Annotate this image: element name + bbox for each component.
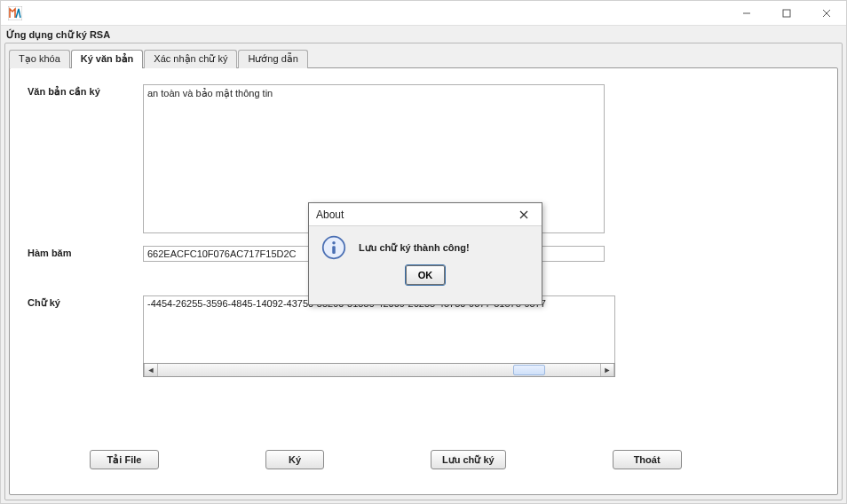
about-dialog: About Lưu chữ ký thành công! OK: [308, 202, 542, 305]
app-window: Ứng dụng chữ ký RSA Tạo khóa Ký văn bản …: [0, 0, 847, 504]
dialog-message: Lưu chữ ký thành công!: [359, 242, 470, 254]
scroll-thumb[interactable]: [513, 365, 545, 375]
label-signature: Chữ ký: [28, 295, 143, 309]
app-icon: [8, 6, 22, 20]
scroll-track[interactable]: [158, 364, 600, 376]
window-titlebar: [1, 1, 846, 26]
svg-rect-9: [332, 246, 336, 254]
dialog-ok-button[interactable]: OK: [406, 265, 445, 285]
svg-rect-2: [783, 10, 790, 17]
scroll-right-button[interactable]: ►: [600, 364, 614, 376]
save-signature-button[interactable]: Lưu chữ ký: [431, 450, 506, 469]
tab-tao-khoa[interactable]: Tạo khóa: [9, 50, 70, 68]
tab-ky-van-ban[interactable]: Ký văn bản: [71, 50, 144, 68]
tab-bar: Tạo khóa Ký văn bản Xác nhận chữ ký Hướn…: [5, 49, 842, 67]
label-vanban: Văn bản cần ký: [28, 84, 143, 98]
signature-hscrollbar[interactable]: ◄ ►: [143, 363, 615, 377]
sign-button[interactable]: Ký: [265, 450, 324, 469]
button-row: Tải File Ký Lưu chữ ký Thoát: [10, 450, 837, 469]
dialog-title: About: [316, 209, 344, 221]
tab-huong-dan[interactable]: Hướng dẫn: [238, 50, 307, 68]
tab-xac-nhan[interactable]: Xác nhận chữ ký: [144, 50, 237, 68]
maximize-button[interactable]: [766, 1, 806, 25]
panel-title: Ứng dụng chữ ký RSA: [4, 29, 843, 43]
label-hash: Hàm băm: [28, 246, 143, 258]
info-icon: [321, 235, 346, 260]
minimize-button[interactable]: [726, 1, 766, 25]
dialog-close-button[interactable]: [506, 203, 542, 225]
close-button[interactable]: [806, 1, 846, 25]
exit-button[interactable]: Thoát: [613, 450, 682, 469]
load-file-button[interactable]: Tải File: [90, 450, 159, 469]
svg-point-8: [332, 241, 336, 245]
signature-output[interactable]: -4454-26255-3596-4845-14092-43750-55290-…: [143, 295, 615, 363]
scroll-left-button[interactable]: ◄: [144, 364, 158, 376]
dialog-titlebar: About: [309, 203, 542, 226]
